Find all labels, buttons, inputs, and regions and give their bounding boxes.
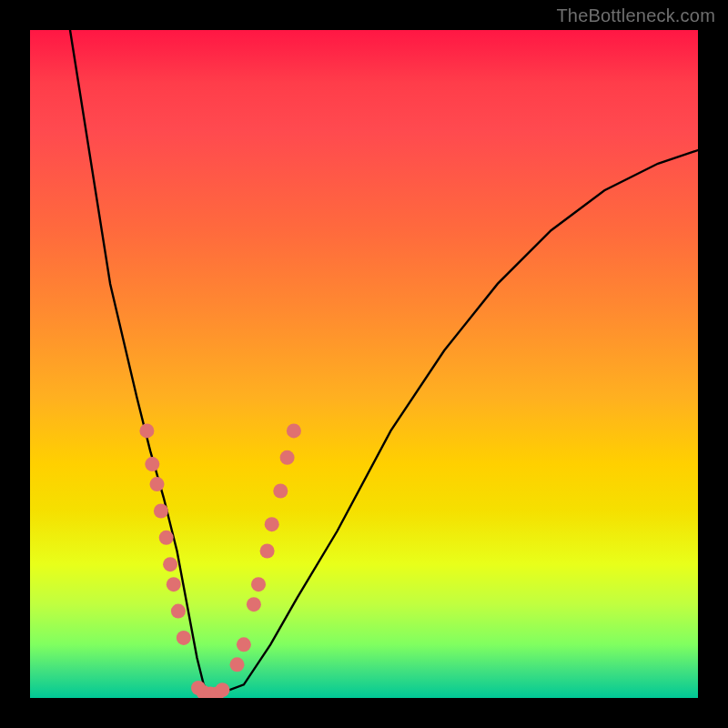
data-point xyxy=(230,657,245,672)
data-point xyxy=(273,484,288,499)
data-point xyxy=(247,597,261,612)
data-point xyxy=(237,637,251,652)
plot-area xyxy=(30,30,698,698)
marker-group xyxy=(139,423,301,698)
data-point xyxy=(159,531,174,545)
data-point xyxy=(171,604,186,619)
data-point xyxy=(154,504,168,519)
data-point xyxy=(167,577,181,592)
chart-svg xyxy=(30,30,698,698)
data-point xyxy=(177,631,191,645)
data-point xyxy=(251,577,266,592)
chart-container: TheBottleneck.com xyxy=(0,0,728,728)
data-point xyxy=(265,517,279,531)
data-point xyxy=(260,544,275,559)
data-point xyxy=(280,450,295,465)
data-point xyxy=(215,682,229,697)
data-point xyxy=(145,457,159,471)
watermark-text: TheBottleneck.com xyxy=(556,5,715,26)
data-point xyxy=(287,423,301,438)
data-point xyxy=(150,477,165,491)
data-point xyxy=(139,423,154,438)
data-point xyxy=(163,557,177,571)
bottleneck-curve xyxy=(70,30,698,694)
